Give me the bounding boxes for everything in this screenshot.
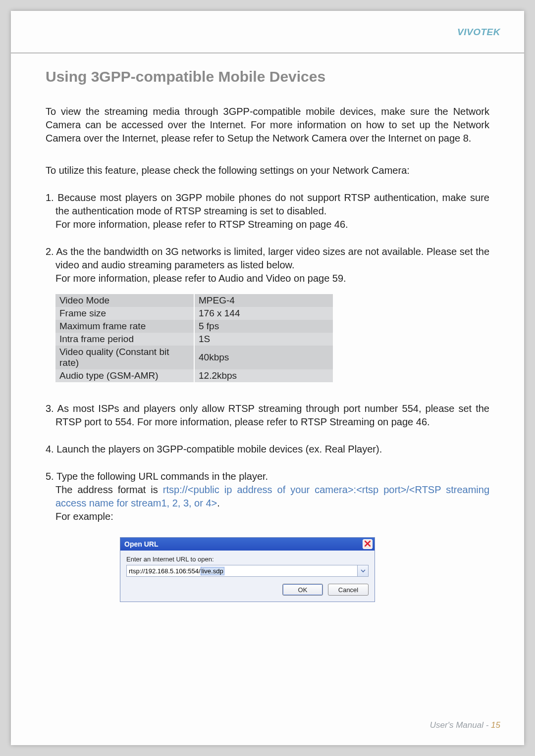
table-cell-key: Intra frame period (55, 333, 194, 346)
table-cell-value: 40kbps (194, 346, 333, 369)
table-row: Frame size176 x 144 (55, 307, 333, 320)
chevron-down-icon (361, 566, 366, 575)
table-cell-key: Frame size (55, 307, 194, 320)
page-footer: User's Manual - 15 (430, 720, 500, 730)
table-cell-key: Video quality (Constant bit rate) (55, 346, 194, 369)
dialog-body: Enter an Internet URL to open: rtsp://19… (120, 551, 374, 602)
table-cell-value: 176 x 144 (194, 307, 333, 320)
url-input[interactable]: rtsp://192.168.5.106:554/live.sdp (126, 565, 358, 577)
close-icon (365, 540, 371, 549)
close-button[interactable] (363, 539, 373, 549)
intro2-paragraph: To utilize this feature, please check th… (46, 164, 489, 177)
dialog-titlebar[interactable]: Open URL (120, 538, 374, 551)
page-title: Using 3GPP-compatible Mobile Devices (46, 68, 489, 85)
list-item-1a: 1. Because most players on 3GPP mobile p… (46, 191, 489, 218)
document-page: VIVOTEK Using 3GPP-compatible Mobile Dev… (11, 11, 524, 745)
url-input-text: rtsp://192.168.5.106:554/ (129, 567, 201, 575)
list-item-3: 3. As most ISPs and players only allow R… (46, 402, 489, 429)
open-url-dialog: Open URL Enter an Internet URL to open: … (120, 537, 375, 602)
list-item-2a: 2. As the the bandwidth on 3G networks i… (46, 245, 489, 272)
settings-tbody: Video ModeMPEG-4Frame size176 x 144Maxim… (55, 294, 333, 382)
footer-label: User's Manual - (430, 720, 491, 730)
table-row: Video ModeMPEG-4 (55, 294, 333, 307)
table-cell-value: 5 fps (194, 320, 333, 333)
dialog-button-row: OK Cancel (126, 584, 369, 596)
url-input-highlight: live.sdp (201, 567, 224, 575)
table-cell-key: Audio type (GSM-AMR) (55, 369, 194, 382)
header-rule (11, 52, 524, 53)
table-cell-value: MPEG-4 (194, 294, 333, 307)
settings-table: Video ModeMPEG-4Frame size176 x 144Maxim… (55, 294, 333, 382)
url-format-pre: The address format is (55, 484, 163, 495)
url-combobox[interactable]: rtsp://192.168.5.106:554/live.sdp (126, 565, 369, 577)
list-item-1b: For more information, please refer to RT… (46, 218, 489, 231)
table-row: Maximum frame rate5 fps (55, 320, 333, 333)
dialog-title: Open URL (124, 540, 158, 548)
url-format-post: . (217, 498, 220, 508)
list-item-4: 4. Launch the players on 3GPP-compatible… (46, 443, 489, 456)
url-label: Enter an Internet URL to open: (126, 555, 369, 563)
list-item-5c: For example: (46, 510, 489, 523)
cancel-button[interactable]: Cancel (328, 584, 369, 596)
list-item-2b: For more information, please refer to Au… (46, 272, 489, 285)
ok-button[interactable]: OK (282, 584, 323, 596)
table-cell-value: 1S (194, 333, 333, 346)
table-row: Video quality (Constant bit rate)40kbps (55, 346, 333, 369)
list-item-5a: 5. Type the following URL commands in th… (46, 470, 489, 483)
table-cell-value: 12.2kbps (194, 369, 333, 382)
brand-label: VIVOTEK (457, 27, 500, 38)
table-row: Intra frame period1S (55, 333, 333, 346)
intro-paragraph: To view the streaming media through 3GPP… (46, 105, 489, 145)
list-item-5b: The address format is rtsp://<public ip … (46, 483, 489, 510)
footer-page-number: 15 (491, 720, 500, 730)
table-row: Audio type (GSM-AMR)12.2kbps (55, 369, 333, 382)
dropdown-button[interactable] (358, 565, 369, 577)
table-cell-key: Video Mode (55, 294, 194, 307)
open-url-dialog-wrap: Open URL Enter an Internet URL to open: … (120, 537, 489, 602)
page-content: Using 3GPP-compatible Mobile Devices To … (46, 11, 489, 602)
table-cell-key: Maximum frame rate (55, 320, 194, 333)
